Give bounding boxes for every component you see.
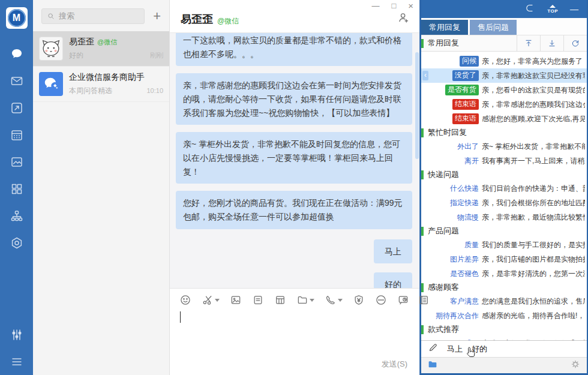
message-bubble[interactable]: 马上	[374, 239, 412, 264]
workbench-icon[interactable]	[10, 101, 24, 115]
message-list[interactable]: 一下这款哦，网款宝贝的质量都是非常不错的，款式和价格也相差不多呢。。。 亲，非常…	[170, 33, 419, 288]
message-bubble[interactable]: 一下这款哦，网款宝贝的质量都是非常不错的，款式和价格也相差不多呢。。。	[176, 33, 412, 66]
add-chat-button[interactable]: +	[151, 10, 163, 22]
message-bubble[interactable]: 好的	[374, 272, 412, 288]
reply-item[interactable]: 是否褪色 亲，是非常好清洗的，您第一次洗的...	[421, 266, 587, 281]
avatar	[39, 37, 63, 61]
reply-tag[interactable]: 离开	[464, 156, 479, 166]
reply-tag[interactable]: 问候	[460, 56, 479, 66]
reply-item[interactable]: 是否有货 亲，您看中的这款宝贝是有现货的呢...	[421, 83, 587, 97]
payment-icon[interactable]	[353, 294, 365, 306]
reply-tag[interactable]: 是否褪色	[450, 269, 479, 279]
reply-text: 亲，您看中的这款宝贝是有现货的呢...	[482, 85, 585, 95]
reply-tag[interactable]: 质量	[464, 240, 479, 250]
chat-scrollbar[interactable]	[415, 52, 419, 159]
panel-bottom-bar	[421, 357, 587, 373]
folder-dropdown[interactable]	[310, 299, 314, 302]
send-button[interactable]: 发送(S)	[382, 359, 407, 370]
reply-tag[interactable]: 结束语	[452, 99, 479, 109]
reply-tag[interactable]: 图片差异	[450, 254, 479, 265]
chat-icon[interactable]	[10, 47, 24, 61]
section-title-text: 繁忙时回复	[428, 127, 467, 138]
reply-item[interactable]: 外出了 亲~ 掌柜外出发货，非常抱歉不能及时...	[421, 139, 587, 154]
reply-tag[interactable]: 指定快递	[450, 198, 479, 208]
section-title-text: 产品问题	[428, 226, 459, 236]
chat-list-item[interactable]: 易歪歪 @微信 好的 刚刚	[33, 31, 169, 67]
scroll-to-bottom-icon[interactable]	[540, 35, 563, 51]
folder-icon[interactable]	[427, 359, 438, 372]
reply-tag[interactable]: 物流慢	[457, 212, 479, 223]
gear-icon[interactable]	[570, 359, 581, 372]
top-label: TOP	[547, 9, 558, 14]
reply-item[interactable]: 质量 我们的质量与手工很好的，是实拍图，请...	[421, 238, 587, 252]
refresh-icon[interactable]	[563, 35, 587, 51]
reply-item[interactable]: 款式一 亲看下这款跟您要的那款款式，板型上...	[421, 336, 587, 340]
more-icon[interactable]	[375, 294, 387, 306]
close-button[interactable]: ×	[408, 1, 413, 11]
edit-pencil-icon[interactable]	[428, 343, 438, 355]
menu-icon[interactable]	[10, 355, 24, 369]
reply-tag[interactable]: 没货了	[452, 70, 479, 80]
emoji-icon[interactable]	[179, 294, 191, 306]
reply-tag[interactable]: 什么快递	[450, 184, 479, 194]
reply-item[interactable]: 结束语 感谢您的惠顾,欢迎下次光临,再见。	[421, 112, 587, 126]
reply-tag[interactable]: 期待再次合作	[436, 311, 479, 321]
panel-minimize-button[interactable]: —	[570, 4, 578, 14]
reply-item[interactable]: 图片差异 亲，我们店铺的图片都是实物拍摄的...	[421, 252, 587, 266]
chat-list-item[interactable]: 企业微信服务商助手 本周问答精选 10:10	[33, 67, 169, 102]
reply-tag[interactable]: 是否有货	[445, 85, 479, 95]
app-logo-icon: M	[8, 9, 26, 27]
magnet-icon[interactable]	[525, 3, 535, 16]
quick-send-bar: 马上 好的	[421, 340, 587, 357]
plugin-icon[interactable]	[10, 236, 24, 250]
reply-item[interactable]: 什么快递 我们目前合作的快递为：申通、韵达...	[421, 181, 587, 196]
maximize-button[interactable]: □	[391, 1, 396, 11]
tab-common-replies[interactable]: 常用回复	[421, 20, 468, 35]
reply-list[interactable]: 问候 亲，您好，非常高兴为您服务了，有什么... ‹ 没货了 亲，非常抱歉这款宝…	[421, 52, 587, 340]
filter-settings-icon[interactable]	[10, 328, 24, 342]
scroll-to-top-icon[interactable]	[517, 35, 540, 51]
reply-text: 感谢您的惠顾,欢迎下次光临,再见。	[482, 114, 585, 124]
section-marker	[421, 39, 424, 48]
apps-grid-icon[interactable]	[10, 182, 24, 196]
message-bubble[interactable]: 亲~ 掌柜外出发货，非常抱歉不能及时回复您的信息，您可以在小店先慢慢挑选，一定要…	[176, 132, 412, 184]
message-input[interactable]	[179, 309, 410, 357]
reply-item[interactable]: 离开 我有事离开一下,马上回来，请稍后。	[421, 154, 587, 168]
section-header: 款式推荐	[421, 323, 587, 336]
folder-icon[interactable]	[296, 294, 314, 306]
reply-item[interactable]: 物流慢 亲，非常抱歉，最近物流比较繁忙，发...	[421, 210, 587, 224]
image-icon[interactable]	[230, 294, 242, 306]
table-icon[interactable]	[274, 294, 286, 306]
reply-tag[interactable]: 结束语	[452, 113, 479, 124]
screenshot-dropdown[interactable]	[215, 299, 220, 302]
gallery-icon[interactable]	[10, 155, 24, 169]
reply-text: 亲，我们店铺的图片都是实物拍摄的...	[482, 254, 585, 265]
quick-button-mashang[interactable]: 马上	[447, 344, 463, 355]
chat-history-icon[interactable]	[397, 294, 409, 306]
reply-item[interactable]: 结束语 亲，非常感谢您的惠顾我们这边会在第...	[421, 97, 587, 112]
reply-item[interactable]: 客户满意 您的满意是我们永恒的追求，售后如...	[421, 294, 587, 308]
call-dropdown[interactable]	[338, 299, 343, 302]
org-chart-icon[interactable]	[10, 209, 24, 223]
pin-top-toggle[interactable]: TOP	[547, 5, 558, 14]
tab-aftersales[interactable]: 售后问题	[470, 20, 517, 35]
reply-item[interactable]: 期待再次合作 感谢亲的光临，期待再合作啦!，...	[421, 308, 587, 323]
chat-title: 易歪歪	[181, 12, 213, 26]
reply-item-selected[interactable]: ‹ 没货了 亲，非常抱歉这款宝贝已经没有现货了...	[421, 68, 587, 83]
calendar-icon[interactable]	[10, 128, 24, 142]
message-bubble[interactable]: 亲，非常感谢您的惠顾我们这边会在第一时间为您安排发货的哦，请您耐心等待一下收货，…	[176, 73, 412, 125]
mail-icon[interactable]	[10, 74, 24, 88]
reply-tag[interactable]: 外出了	[457, 142, 479, 152]
reply-item[interactable]: 指定快递 亲，我们会根据你所在的地址匹配合...	[421, 196, 587, 210]
minimize-button[interactable]: —	[371, 1, 379, 11]
search-input[interactable]: 搜索	[41, 8, 145, 24]
message-bubble[interactable]: 您好，您刚才说的商品有货。我们现在正在做活动：满99元包邮，购买全场任意一件可以…	[176, 191, 412, 229]
add-member-icon[interactable]	[397, 11, 410, 26]
file-icon[interactable]	[252, 294, 264, 306]
call-icon[interactable]	[325, 294, 343, 306]
reply-text: 我有事离开一下,马上回来，请稍后。	[482, 156, 585, 166]
reply-text: 亲，非常感谢您的惠顾我们这边会在第...	[482, 100, 585, 110]
reply-tag[interactable]: 客户满意	[450, 296, 479, 307]
reply-item[interactable]: 问候 亲，您好，非常高兴为您服务了，有什么...	[421, 54, 587, 68]
screenshot-icon[interactable]	[202, 294, 220, 306]
